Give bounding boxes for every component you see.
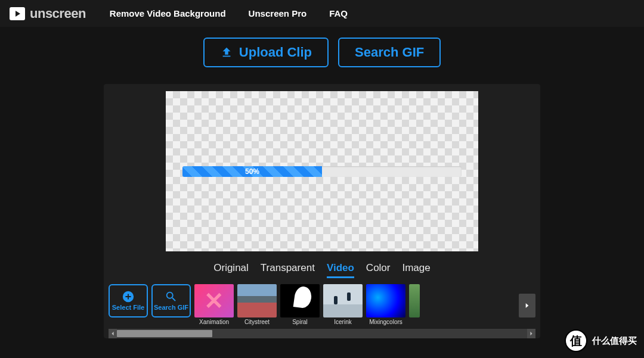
watermark-text: 什么值得买	[592, 335, 637, 347]
chevron-right-icon	[523, 299, 531, 312]
tab-video[interactable]: Video	[327, 262, 354, 278]
horizontal-scrollbar[interactable]	[109, 329, 535, 338]
nav-faq[interactable]: FAQ	[329, 8, 348, 18]
search-gif-tile[interactable]: Search GIF	[151, 284, 191, 317]
progress-label: 50%	[245, 167, 259, 176]
upload-clip-label: Upload Clip	[239, 45, 312, 60]
thumb-icerink[interactable]: Icerink	[323, 284, 363, 325]
tab-image[interactable]: Image	[402, 262, 430, 278]
scroll-left-arrow[interactable]	[109, 329, 117, 338]
thumb-label: Citystreet	[237, 319, 277, 325]
editor-panel: 50% Original Transparent Video Color Ima…	[104, 84, 540, 338]
action-bar: Upload Clip Search GIF	[0, 38, 644, 67]
scroll-right-arrow[interactable]	[527, 329, 535, 338]
tab-original[interactable]: Original	[213, 262, 249, 278]
progress-bar: 50%	[182, 166, 462, 177]
tab-color[interactable]: Color	[366, 262, 391, 278]
scrollbar-thumb[interactable]	[117, 330, 212, 337]
thumb-image	[280, 284, 320, 317]
watermark: 值 什么值得买	[565, 329, 637, 352]
thumb-label: Icerink	[323, 319, 363, 325]
thumb-label: Xanimation	[194, 319, 234, 325]
thumb-image	[323, 284, 363, 317]
thumbnail-strip: Select File Search GIF Xanimation Cityst…	[104, 284, 540, 326]
search-icon	[165, 290, 178, 303]
play-icon	[10, 7, 25, 20]
logo[interactable]: unscreen	[10, 6, 86, 21]
thumb-label: Spiral	[280, 319, 320, 325]
upload-clip-button[interactable]: Upload Clip	[203, 38, 329, 67]
thumb-image	[237, 284, 277, 317]
thumb-image	[366, 284, 405, 317]
tab-transparent[interactable]: Transparent	[261, 262, 315, 278]
thumb-spiral[interactable]: Spiral	[280, 284, 320, 325]
brand-text: unscreen	[30, 6, 86, 21]
preview-area: 50%	[166, 91, 478, 251]
nav-remove-bg[interactable]: Remove Video Background	[110, 8, 226, 18]
nav-unscreen-pro[interactable]: Unscreen Pro	[249, 8, 307, 18]
thumbnail-list: Select File Search GIF Xanimation Cityst…	[109, 284, 535, 325]
search-gif-tile-label: Search GIF	[154, 304, 188, 312]
thumb-partial	[409, 284, 420, 317]
thumb-xanimation[interactable]: Xanimation	[194, 284, 234, 325]
thumb-mixingcolors[interactable]: Mixingcolors	[366, 284, 405, 325]
thumb-image	[194, 284, 234, 317]
thumb-scroll-right[interactable]	[519, 294, 535, 317]
upload-icon	[220, 46, 233, 59]
background-tabs: Original Transparent Video Color Image	[104, 262, 540, 278]
select-file-tile[interactable]: Select File	[109, 284, 148, 317]
header: unscreen Remove Video Background Unscree…	[0, 0, 644, 27]
plus-circle-icon	[122, 290, 135, 303]
thumb-citystreet[interactable]: Citystreet	[237, 284, 277, 325]
watermark-badge: 值	[565, 329, 587, 352]
thumb-label: Mixingcolors	[366, 319, 405, 325]
select-file-label: Select File	[112, 304, 144, 312]
nav: Remove Video Background Unscreen Pro FAQ	[110, 8, 348, 18]
search-gif-button[interactable]: Search GIF	[338, 38, 441, 67]
progress-fill: 50%	[182, 166, 322, 177]
search-gif-label: Search GIF	[355, 45, 424, 60]
